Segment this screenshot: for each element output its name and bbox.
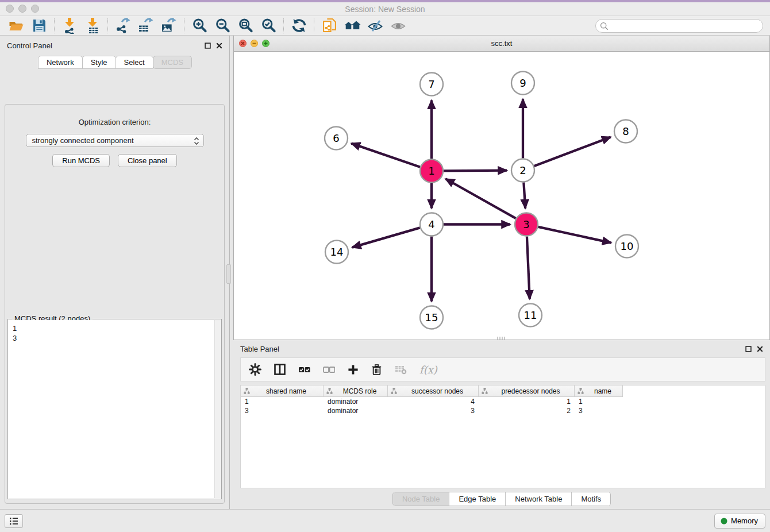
graph-node-1[interactable]: 1 [420, 160, 443, 183]
graph-node-10[interactable]: 10 [615, 235, 638, 258]
column-header-predecessor-nodes[interactable]: predecessor nodes [479, 385, 575, 397]
edge-2-8[interactable] [534, 137, 611, 166]
table-toolbar-function-builder-button: f(x) [419, 364, 437, 376]
tab-mcds[interactable]: MCDS [153, 56, 192, 69]
toolbar-separator [54, 18, 55, 33]
tab-motifs[interactable]: Motifs [572, 492, 610, 506]
result-scrollbar[interactable] [214, 320, 221, 498]
node-table[interactable]: shared nameMCDS rolesuccessor nodesprede… [240, 385, 765, 488]
float-table-panel-icon[interactable] [745, 346, 752, 352]
table-toolbar-columns-button[interactable] [274, 364, 286, 375]
table-tab-group: Node TableEdge TableNetwork TableMotifs [392, 492, 611, 506]
edge-4-14[interactable] [352, 228, 420, 247]
table-toolbar-unselect-all-columns-button[interactable] [323, 364, 335, 375]
network-minimize-button[interactable] [251, 40, 258, 47]
toolbar-hide-details-eye-button[interactable] [364, 17, 387, 34]
toolbar-mcds-document-button[interactable] [318, 17, 341, 34]
tab-node-table[interactable]: Node Table [393, 492, 450, 506]
close-window-button[interactable] [6, 5, 14, 13]
cell-name[interactable]: 3 [575, 406, 623, 415]
toolbar-export-table-button[interactable] [134, 17, 157, 34]
column-header-MCDS-role[interactable]: MCDS role [324, 385, 388, 397]
toolbar-home-overview-button[interactable] [341, 17, 364, 34]
graph-node-2[interactable]: 2 [511, 159, 534, 182]
search-input[interactable] [595, 19, 763, 33]
column-header-successor-nodes[interactable]: successor nodes [388, 385, 479, 397]
graph-node-7[interactable]: 7 [420, 73, 443, 96]
table-toolbar-trash-button[interactable] [371, 364, 382, 376]
table-row[interactable]: 3dominator323 [241, 406, 765, 415]
search-icon [600, 22, 609, 30]
toolbar-zoom-out-button[interactable] [211, 17, 234, 34]
cell-shared-name[interactable]: 1 [241, 397, 324, 406]
panel-splitter-handle[interactable] [226, 264, 231, 284]
table-toolbar-gear-button[interactable] [249, 363, 261, 376]
edge-3-10[interactable] [538, 227, 611, 243]
cell-successor-nodes[interactable]: 3 [388, 406, 479, 415]
window-controls [6, 5, 39, 13]
column-header-shared-name[interactable]: shared name [241, 385, 324, 397]
cell-MCDS-role[interactable]: dominator [324, 397, 388, 406]
table-toolbar-add-column-button[interactable] [348, 364, 359, 375]
graph-node-6[interactable]: 6 [325, 127, 348, 150]
graph-node-14[interactable]: 14 [325, 241, 348, 264]
edge-3-11[interactable] [527, 236, 530, 299]
toolbar-zoom-selected-button[interactable] [257, 17, 280, 34]
cell-MCDS-role[interactable]: dominator [324, 406, 388, 415]
mcds-result-list[interactable]: 13 [9, 320, 214, 498]
column-header-label: successor nodes [399, 387, 475, 395]
show-panels-button[interactable] [5, 514, 23, 528]
toolbar-save-button[interactable] [28, 17, 51, 34]
edge-3-1[interactable] [445, 179, 515, 218]
home-overview-icon [344, 19, 361, 33]
close-table-panel-icon[interactable] [757, 346, 763, 352]
graph-node-9[interactable]: 9 [511, 72, 534, 95]
optimization-criterion-select[interactable]: strongly connected component [26, 134, 204, 147]
tab-style[interactable]: Style [82, 56, 116, 69]
network-close-button[interactable] [239, 40, 247, 47]
table-toolbar-select-all-columns-button[interactable] [298, 364, 310, 375]
tab-select[interactable]: Select [116, 56, 153, 69]
edge-1-6[interactable] [351, 144, 420, 167]
cell-predecessor-nodes[interactable]: 2 [479, 406, 575, 415]
toolbar-import-network-button[interactable] [58, 17, 81, 34]
canvas-resize-grip[interactable] [497, 337, 506, 340]
table-row[interactable]: 1dominator411 [241, 397, 765, 406]
toolbar-export-network-button[interactable] [111, 17, 134, 34]
minimize-window-button[interactable] [18, 5, 26, 13]
toolbar-open-folder-button[interactable] [5, 17, 28, 34]
export-network-icon [116, 18, 131, 33]
network-canvas[interactable]: 1234678910111415 [234, 52, 769, 340]
toolbar-zoom-fit-button[interactable] [234, 17, 257, 34]
network-zoom-button[interactable] [262, 40, 270, 47]
graph-node-11[interactable]: 11 [519, 304, 542, 327]
tab-network[interactable]: Network [38, 56, 83, 69]
toolbar-import-table-button[interactable] [81, 17, 104, 34]
cell-successor-nodes[interactable]: 4 [388, 397, 479, 406]
cell-predecessor-nodes[interactable]: 1 [479, 397, 575, 406]
memory-button[interactable]: Memory [714, 514, 765, 529]
float-panel-icon[interactable] [205, 43, 211, 49]
toolbar-show-details-eye-button[interactable] [387, 17, 410, 34]
toolbar-zoom-in-button[interactable] [188, 17, 211, 34]
cell-shared-name[interactable]: 3 [241, 406, 324, 415]
graph-node-4[interactable]: 4 [420, 213, 443, 236]
close-panel-button[interactable]: Close panel [118, 154, 177, 167]
tab-edge-table[interactable]: Edge Table [449, 492, 506, 506]
run-mcds-button[interactable]: Run MCDS [52, 154, 110, 167]
toolbar-export-image-button[interactable] [157, 17, 180, 34]
network-graph[interactable]: 1234678910111415 [234, 52, 769, 340]
graph-node-3[interactable]: 3 [515, 213, 538, 236]
graph-node-8[interactable]: 8 [614, 120, 637, 143]
column-header-name[interactable]: name [575, 385, 623, 397]
zoom-window-button[interactable] [31, 5, 39, 13]
cell-name[interactable]: 1 [575, 397, 623, 406]
toolbar-refresh-button[interactable] [287, 17, 310, 34]
graph-node-15[interactable]: 15 [420, 306, 443, 329]
edge-2-3[interactable] [523, 182, 525, 208]
edge-1-2[interactable] [444, 171, 507, 171]
network-window-titlebar[interactable]: scc.txt [234, 36, 769, 52]
close-panel-icon[interactable] [216, 43, 222, 49]
tab-network-table[interactable]: Network Table [506, 492, 572, 506]
table-toolbar-delete-table-button [395, 364, 407, 375]
